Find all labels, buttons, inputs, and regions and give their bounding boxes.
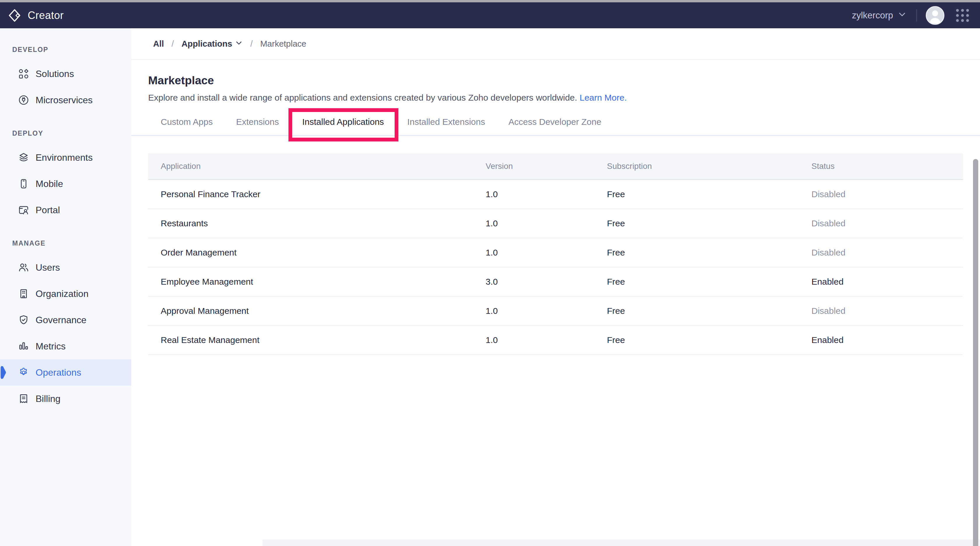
cell-application: Approval Management [148,306,473,316]
page-header: Marketplace Explore and install a wide r… [131,60,980,103]
tab-installed-extensions[interactable]: Installed Extensions [407,108,485,135]
learn-more-link[interactable]: Learn More. [579,93,627,102]
tab-label: Custom Apps [161,117,213,127]
sidebar-item-solutions[interactable]: Solutions [0,60,131,87]
cell-status: Disabled [799,218,963,228]
cell-version: 1.0 [473,335,594,345]
sidebar-item-users[interactable]: Users [0,254,131,280]
sidebar-section-label: MANAGE [12,239,131,247]
apps-grid-icon[interactable] [955,8,970,23]
sidebar-item-mobile[interactable]: Mobile [0,170,131,197]
sidebar-item-label: Operations [36,367,81,378]
breadcrumb: All / Applications / Marketplace [131,28,980,60]
sidebar-item-label: Governance [36,315,86,325]
column-header-status: Status [799,162,963,171]
cell-version: 3.0 [473,277,594,287]
chevron-down-icon [898,10,907,21]
cell-application: Employee Management [148,277,473,287]
sidebar-item-operations[interactable]: Operations [0,359,131,385]
cell-subscription: Free [594,189,799,199]
sidebar-item-governance[interactable]: Governance [0,307,131,333]
receipt-icon [18,393,29,404]
plug-circle-icon [18,94,29,105]
column-header-version: Version [473,162,594,171]
table-row-employee-management[interactable]: Employee Management3.0FreeEnabled [148,267,963,297]
sidebar-item-billing[interactable]: Billing [0,385,131,412]
product-name: Creator [28,10,64,22]
sidebar-item-organization[interactable]: Organization [0,280,131,307]
mobile-icon [18,178,29,189]
main-content: All / Applications / Marketplace Marketp… [131,28,980,546]
org-selector[interactable]: zylkercorp [852,10,907,21]
table-row-approval-management[interactable]: Approval Management1.0FreeDisabled [148,297,963,326]
grid-icon [18,68,29,80]
portal-icon [18,204,29,215]
cell-status: Disabled [799,189,963,199]
sidebar-item-label: Solutions [36,68,74,80]
topbar: Creator zylkercorp [0,2,980,28]
gear-icon [18,367,29,378]
shield-check-icon [18,314,29,325]
sidebar-section-label: DEPLOY [12,129,131,137]
sidebar-item-metrics[interactable]: Metrics [0,333,131,359]
users-icon [18,262,29,273]
cell-version: 1.0 [473,189,594,199]
sidebar-section-develop: DEVELOPSolutionsMicroservices [0,46,131,113]
breadcrumb-applications[interactable]: Applications [181,39,243,49]
sidebar-item-label: Users [36,262,60,273]
sidebar-item-microservices[interactable]: Microservices [0,87,131,113]
avatar[interactable] [926,6,944,25]
breadcrumb-all[interactable]: All [153,39,164,49]
page-description: Explore and install a wide range of appl… [148,92,980,103]
sidebar-section-label: DEVELOP [12,46,131,54]
layers-icon [18,152,29,163]
tab-installed-applications[interactable]: Installed Applications [302,108,384,135]
cell-subscription: Free [594,218,799,228]
table-header-row: ApplicationVersionSubscriptionStatus [148,153,963,180]
cell-application: Restaurants [148,218,473,228]
cell-version: 1.0 [473,218,594,228]
sidebar-item-portal[interactable]: Portal [0,197,131,223]
sidebar: DEVELOPSolutionsMicroservicesDEPLOYEnvir… [0,28,131,546]
table-row-restaurants[interactable]: Restaurants1.0FreeDisabled [148,209,963,238]
sidebar-item-environments[interactable]: Environments [0,144,131,170]
active-item-marker [0,364,6,381]
cell-application: Personal Finance Tracker [148,189,473,199]
sidebar-item-label: Organization [36,288,88,299]
breadcrumb-separator: / [250,39,253,49]
table-row-personal-finance-tracker[interactable]: Personal Finance Tracker1.0FreeDisabled [148,180,963,209]
building-icon [18,288,29,299]
tab-label: Installed Extensions [407,117,485,127]
bottom-strip [262,540,980,546]
tab-label: Extensions [236,117,279,127]
sidebar-item-label: Microservices [36,95,93,105]
cell-application: Order Management [148,248,473,258]
breadcrumb-separator: / [172,39,174,49]
tab-custom-apps[interactable]: Custom Apps [161,108,213,135]
breadcrumb-current: Marketplace [260,39,306,49]
sidebar-item-label: Billing [36,393,60,404]
bar-chart-icon [18,341,29,352]
cell-status: Enabled [799,335,963,345]
cell-status: Enabled [799,277,963,287]
table-body: Personal Finance Tracker1.0FreeDisabledR… [148,180,963,355]
sidebar-item-label: Environments [36,152,93,163]
column-header-application: Application [148,162,473,171]
tab-bar: Custom AppsExtensionsInstalled Applicati… [131,108,980,136]
page-title: Marketplace [148,74,980,87]
tab-label: Access Developer Zone [508,117,601,127]
cell-subscription: Free [594,277,799,287]
table-row-order-management[interactable]: Order Management1.0FreeDisabled [148,238,963,267]
tab-access-developer-zone[interactable]: Access Developer Zone [508,108,601,135]
app-body: DEVELOPSolutionsMicroservicesDEPLOYEnvir… [0,28,980,546]
sidebar-item-label: Portal [36,205,60,215]
sidebar-section-manage: MANAGEUsersOrganizationGovernanceMetrics… [0,239,131,412]
tab-extensions[interactable]: Extensions [236,108,279,135]
creator-logo-icon [8,8,21,23]
column-header-subscription: Subscription [594,162,799,171]
brand: Creator [8,8,64,23]
vertical-scrollbar[interactable] [973,159,978,546]
table-row-real-estate-management[interactable]: Real Estate Management1.0FreeEnabled [148,326,963,355]
tab-label: Installed Applications [302,117,384,127]
screen: Creator zylkercorp [0,0,980,546]
